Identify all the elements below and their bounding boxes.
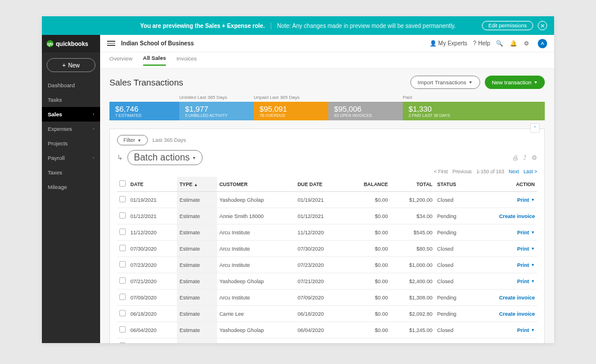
help-link[interactable]: ? Help bbox=[473, 40, 490, 47]
sidebar-item-label: Sales bbox=[48, 111, 62, 117]
edit-permissions-button[interactable]: Edit permissions bbox=[482, 21, 533, 30]
print-icon[interactable]: 🖨 bbox=[512, 154, 519, 162]
tab-all-sales[interactable]: All Sales bbox=[143, 55, 166, 66]
pager-prev[interactable]: Previous bbox=[452, 169, 471, 174]
brand-logo: qb quickbooks bbox=[42, 35, 100, 52]
sidebar-item-projects[interactable]: Projects bbox=[42, 136, 100, 151]
row-action[interactable]: Create invoice bbox=[499, 311, 535, 317]
row-checkbox[interactable] bbox=[119, 342, 126, 343]
chevron-down-icon: ▼ bbox=[531, 198, 535, 202]
tab-overview[interactable]: Overview bbox=[109, 55, 133, 65]
row-checkbox[interactable] bbox=[119, 310, 126, 316]
bell-icon[interactable]: 🔔 bbox=[510, 40, 518, 47]
batch-actions-button[interactable]: Batch actions ▼ bbox=[127, 150, 203, 165]
hamburger-icon[interactable] bbox=[107, 41, 115, 46]
settings-cog-icon[interactable]: ⚙ bbox=[531, 154, 537, 162]
help-icon: ? bbox=[473, 40, 477, 47]
pager-last[interactable]: Last > bbox=[524, 169, 537, 174]
cell-date: 01/19/2021 bbox=[128, 192, 177, 208]
cell-total: $15.00 bbox=[391, 338, 435, 344]
table-row: 06/18/2020 Estimate Carrie Lee 06/18/202… bbox=[117, 306, 537, 322]
col-type[interactable]: TYPE ▲ bbox=[177, 177, 217, 192]
paid-section-label: Paid bbox=[403, 95, 545, 101]
cell-type: Estimate bbox=[177, 224, 217, 241]
cell-customer: Carrie Lee bbox=[217, 306, 295, 322]
pager-first[interactable]: < First bbox=[434, 169, 448, 174]
help-label: Help bbox=[478, 40, 490, 47]
avatar[interactable]: A bbox=[538, 39, 547, 48]
sidebar-item-expenses[interactable]: Expenses› bbox=[42, 122, 100, 136]
row-action[interactable]: Print ▼ bbox=[517, 246, 535, 252]
row-checkbox[interactable] bbox=[119, 245, 126, 251]
row-checkbox[interactable] bbox=[119, 212, 126, 219]
tile-paid[interactable]: $1,330 2 PAID LAST 30 DAYS bbox=[403, 102, 545, 120]
table-row: 07/23/2020 Estimate Arcu Institute 07/23… bbox=[117, 257, 537, 273]
cell-due: 11/12/2020 bbox=[295, 224, 344, 241]
row-action[interactable]: Print ▼ bbox=[517, 230, 535, 235]
chevron-down-icon: ▼ bbox=[531, 230, 535, 234]
row-checkbox[interactable] bbox=[119, 326, 126, 333]
cell-date: 06/04/2020 bbox=[128, 338, 177, 344]
close-preview-button[interactable]: ✕ bbox=[538, 21, 547, 30]
shell: qb quickbooks + New DashboardTasksSales›… bbox=[42, 35, 554, 343]
tile-overdue[interactable]: $95,091 78 OVERDUE bbox=[254, 102, 328, 120]
col-due[interactable]: DUE DATE bbox=[295, 177, 344, 192]
gear-icon[interactable]: ⚙ bbox=[524, 40, 532, 47]
tab-invoices[interactable]: Invoices bbox=[176, 55, 197, 65]
import-transactions-button[interactable]: Import Transactions ▼ bbox=[410, 76, 480, 89]
collapse-icon[interactable]: ˄ bbox=[530, 123, 540, 133]
page-title: Sales Transactions bbox=[109, 77, 183, 87]
chevron-down-icon: ▼ bbox=[534, 80, 538, 84]
cell-status: Closed bbox=[435, 241, 473, 257]
chevron-right-icon: › bbox=[93, 155, 94, 160]
sidebar-item-payroll[interactable]: Payroll› bbox=[42, 151, 100, 165]
col-status[interactable]: STATUS bbox=[435, 177, 473, 192]
row-action[interactable]: Print ▼ bbox=[517, 279, 535, 284]
cell-balance: $0.00 bbox=[345, 192, 391, 208]
new-transaction-button[interactable]: New transaction ▼ bbox=[485, 76, 545, 89]
tile-unbilled[interactable]: $1,977 5 UNBILLED ACTIVITY bbox=[179, 102, 254, 120]
filter-button[interactable]: Filter ▼ bbox=[117, 135, 148, 145]
tile-open-invoices[interactable]: $95,006 83 OPEN INVOICES bbox=[328, 102, 403, 120]
new-button[interactable]: + New bbox=[47, 58, 95, 72]
sort-asc-icon: ▲ bbox=[194, 183, 198, 187]
preview-banner: You are previewing the Sales + Expense r… bbox=[42, 16, 554, 35]
export-icon[interactable]: ⤴ bbox=[523, 154, 527, 162]
tile-estimates[interactable]: $6,746 7 ESTIMATES bbox=[109, 102, 179, 120]
row-action[interactable]: Print ▼ bbox=[517, 327, 535, 333]
page-header: Sales Transactions Import Transactions ▼… bbox=[109, 76, 545, 89]
my-experts-link[interactable]: 👤 My Experts bbox=[430, 40, 467, 47]
cell-customer: Annie Smith 18000 bbox=[217, 208, 295, 224]
sidebar-item-taxes[interactable]: Taxes bbox=[42, 165, 100, 180]
sidebar-item-label: Projects bbox=[48, 140, 68, 147]
cell-total: $2,400.00 bbox=[391, 273, 435, 290]
table-row: 07/21/2020 Estimate Yashodeep Gholap 07/… bbox=[117, 273, 537, 290]
row-checkbox[interactable] bbox=[119, 294, 126, 300]
cell-customer: Yashodeep Gholap bbox=[217, 273, 295, 290]
row-action[interactable]: Create invoice bbox=[499, 213, 535, 219]
pager-next[interactable]: Next bbox=[509, 169, 519, 174]
row-action[interactable]: Print ▼ bbox=[517, 197, 535, 203]
select-all-checkbox[interactable] bbox=[119, 180, 126, 187]
brand-name: quickbooks bbox=[56, 41, 88, 47]
col-customer[interactable]: CUSTOMER bbox=[217, 177, 295, 192]
cell-type: Estimate bbox=[177, 208, 217, 224]
sidebar-item-label: Taxes bbox=[48, 169, 62, 176]
summary-tiles: $6,746 7 ESTIMATES Unbilled Last 365 Day… bbox=[109, 95, 545, 120]
row-action[interactable]: Print ▼ bbox=[517, 262, 535, 268]
row-checkbox[interactable] bbox=[119, 196, 126, 202]
row-action[interactable]: Create invoice bbox=[499, 295, 535, 301]
sidebar-item-tasks[interactable]: Tasks bbox=[42, 92, 100, 107]
col-balance[interactable]: BALANCE bbox=[345, 177, 391, 192]
cell-balance: $0.00 bbox=[345, 290, 391, 306]
sidebar-item-mileage[interactable]: Mileage bbox=[42, 180, 100, 194]
search-icon[interactable]: 🔍 bbox=[496, 40, 504, 47]
col-total[interactable]: TOTAL bbox=[391, 177, 435, 192]
sidebar-item-dashboard[interactable]: Dashboard bbox=[42, 78, 100, 92]
sidebar-item-sales[interactable]: Sales› bbox=[42, 107, 100, 122]
row-checkbox[interactable] bbox=[119, 261, 126, 267]
row-checkbox[interactable] bbox=[119, 277, 126, 284]
table-row: 01/19/2021 Estimate Yashodeep Gholap 01/… bbox=[117, 192, 537, 208]
col-date[interactable]: DATE bbox=[128, 177, 177, 192]
row-checkbox[interactable] bbox=[119, 229, 126, 235]
